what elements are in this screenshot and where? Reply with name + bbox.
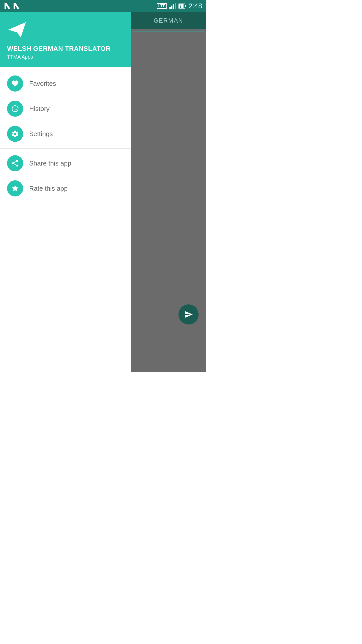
share-icon (11, 159, 19, 167)
right-panel: GERMAN (131, 12, 206, 372)
clock-icon (11, 105, 19, 113)
lte-badge: LTE (157, 3, 167, 9)
main-container: WELSH GERMAN TRANSLATOR TTMA Apps Favori… (0, 12, 206, 372)
svg-rect-3 (171, 6, 172, 9)
share-label: Share this app (29, 159, 71, 167)
right-panel-header: GERMAN (131, 12, 206, 29)
menu-item-share[interactable]: Share this app (0, 151, 131, 176)
menu-item-rate[interactable]: Rate this app (0, 176, 131, 201)
status-bar: LTE 2:48 (0, 0, 206, 12)
right-panel-title: GERMAN (154, 17, 183, 24)
svg-rect-5 (175, 3, 176, 9)
menu-divider (0, 148, 131, 149)
svg-rect-2 (169, 7, 171, 9)
svg-rect-8 (179, 4, 184, 8)
share-icon-circle (7, 155, 23, 171)
app-subtitle: TTMA Apps (7, 54, 124, 60)
rate-icon-circle (7, 180, 23, 196)
favorites-label: Favorites (29, 80, 56, 88)
history-icon-circle (7, 101, 23, 117)
menu-item-settings[interactable]: Settings (0, 121, 131, 146)
settings-icon-circle (7, 126, 23, 142)
drawer-menu: Favorites History Settings (0, 67, 131, 372)
history-label: History (29, 105, 50, 113)
signal-icon (169, 3, 176, 9)
favorites-icon-circle (7, 75, 23, 92)
heart-icon (11, 79, 19, 88)
send-icon (184, 310, 193, 319)
drawer-header: WELSH GERMAN TRANSLATOR TTMA Apps (0, 12, 131, 67)
svg-rect-4 (173, 4, 174, 9)
battery-icon (178, 3, 186, 9)
rate-label: Rate this app (29, 185, 68, 192)
right-panel-body (133, 31, 204, 370)
app-logo (7, 20, 27, 40)
menu-item-history[interactable]: History (0, 96, 131, 121)
gear-icon (11, 130, 19, 138)
status-time: 2:48 (189, 2, 202, 10)
svg-rect-7 (185, 5, 186, 7)
app-title: WELSH GERMAN TRANSLATOR (7, 45, 124, 53)
status-bar-left (4, 3, 20, 10)
n-icon-2 (13, 3, 20, 10)
star-icon (11, 184, 19, 192)
n-icon-1 (4, 3, 11, 10)
menu-item-favorites[interactable]: Favorites (0, 71, 131, 96)
drawer: WELSH GERMAN TRANSLATOR TTMA Apps Favori… (0, 12, 131, 372)
status-bar-right: LTE 2:48 (157, 2, 202, 10)
settings-label: Settings (29, 130, 53, 138)
translate-button[interactable] (178, 304, 199, 325)
